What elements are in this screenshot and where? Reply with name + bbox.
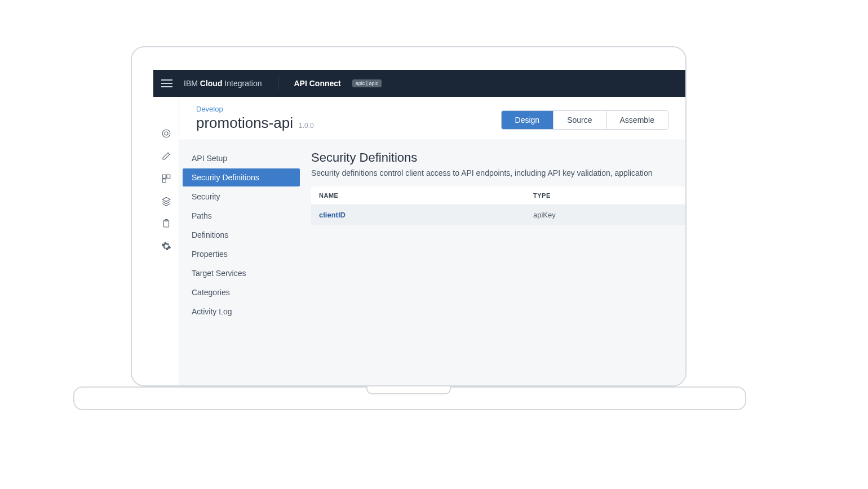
product-title: API Connect [294,79,341,88]
cell-type: apiKey [533,211,677,219]
left-rail [153,97,179,385]
sidenav-item-api-setup[interactable]: API Setup [183,149,300,167]
brand-prefix: IBM [184,79,198,88]
sidenav-item-categories[interactable]: Categories [183,283,300,301]
widgets-icon[interactable] [161,174,171,184]
sidenav-item-security-definitions[interactable]: Security Definitions [183,168,300,186]
svg-rect-4 [162,179,166,183]
page-header: Develop promotions-api 1.0.0 Design Sour… [179,97,685,140]
definitions-table: NAME TYPE clientID apiKey [311,186,685,225]
brand-suffix: Integration [224,79,262,88]
page-title: promotions-api 1.0.0 [196,114,314,132]
brand-bold: Cloud [200,79,223,88]
panel-heading: Security Definitions [311,150,685,165]
clipboard-icon[interactable] [161,219,171,229]
top-bar: IBM Cloud Integration API Connect apic |… [153,70,685,97]
gear-icon[interactable] [161,241,171,251]
detail-panel: Security Definitions Security definition… [303,140,685,385]
table-header: NAME TYPE [311,186,685,205]
breadcrumb[interactable]: Develop [196,105,314,113]
svg-rect-2 [162,175,166,178]
main-area: Develop promotions-api 1.0.0 Design Sour… [179,97,685,385]
content-row: API Setup Security Definitions Security … [179,140,685,385]
api-name: promotions-api [196,114,293,132]
sidenav-item-definitions[interactable]: Definitions [183,226,300,244]
svg-rect-3 [166,175,170,178]
tab-assemble[interactable]: Assemble [606,111,668,129]
sidenav-item-properties[interactable]: Properties [183,245,300,263]
env-badge: apic | apic [352,79,382,87]
dashboard-icon[interactable] [161,128,171,139]
api-version: 1.0.0 [299,122,314,130]
brand-label: IBM Cloud Integration [184,79,262,88]
edit-icon[interactable] [161,151,171,161]
tab-design[interactable]: Design [502,111,553,129]
svg-point-1 [165,132,168,135]
sidenav-item-target-services[interactable]: Target Services [183,264,300,282]
col-header-type: TYPE [533,192,677,199]
sidenav-item-activity-log[interactable]: Activity Log [183,303,300,321]
app-window: IBM Cloud Integration API Connect apic |… [153,70,685,385]
app-body: Develop promotions-api 1.0.0 Design Sour… [153,97,685,385]
svg-point-0 [162,130,170,137]
menu-icon[interactable] [161,79,172,87]
col-header-name: NAME [319,192,533,199]
layers-icon[interactable] [161,196,171,206]
tab-source[interactable]: Source [553,111,605,129]
title-block: Develop promotions-api 1.0.0 [196,105,314,132]
panel-description: Security definitions control client acce… [311,168,685,177]
divider [278,77,278,90]
cell-name: clientID [319,211,533,219]
table-row[interactable]: clientID apiKey [311,205,685,225]
laptop-frame: IBM Cloud Integration API Connect apic |… [131,46,687,386]
sidenav-item-paths[interactable]: Paths [183,207,300,225]
laptop-notch [366,386,451,394]
view-tabs: Design Source Assemble [501,110,668,130]
sidenav-item-security[interactable]: Security [183,188,300,206]
side-nav: API Setup Security Definitions Security … [179,140,303,385]
